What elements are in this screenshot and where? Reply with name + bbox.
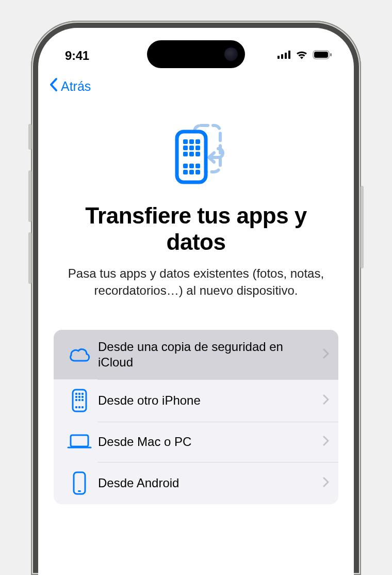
chevron-right-icon [323, 476, 329, 490]
side-button [361, 186, 364, 268]
svg-rect-33 [81, 399, 84, 401]
svg-rect-9 [183, 139, 188, 144]
svg-rect-37 [71, 435, 88, 446]
svg-rect-6 [330, 53, 332, 56]
svg-rect-13 [189, 146, 194, 150]
svg-rect-17 [195, 152, 200, 156]
battery-icon [313, 50, 332, 61]
option-from-mac-pc[interactable]: Desde Mac o PC [54, 422, 338, 462]
svg-rect-16 [189, 152, 194, 156]
cloud-icon [65, 347, 94, 362]
front-camera [224, 47, 238, 61]
hero-section: Transfiere tus apps y datos Pasa tus app… [38, 100, 354, 299]
laptop-icon [65, 434, 94, 450]
svg-rect-26 [78, 393, 80, 395]
cellular-icon [277, 51, 291, 61]
svg-rect-15 [183, 152, 188, 156]
svg-rect-22 [189, 170, 194, 174]
svg-rect-30 [81, 396, 84, 398]
page-title: Transfiere tus apps y datos [54, 203, 338, 255]
svg-rect-3 [288, 51, 290, 59]
back-button[interactable]: Atrás [48, 77, 91, 95]
svg-rect-20 [195, 164, 200, 168]
svg-rect-18 [183, 164, 188, 168]
svg-rect-34 [75, 406, 77, 408]
volume-up-button [28, 170, 31, 222]
option-from-android[interactable]: Desde Android [54, 462, 338, 504]
svg-rect-25 [75, 393, 77, 395]
wifi-icon [296, 50, 308, 61]
chevron-right-icon [323, 435, 329, 449]
svg-rect-21 [183, 170, 188, 174]
svg-rect-8 [177, 132, 206, 182]
svg-rect-2 [285, 53, 287, 59]
svg-rect-19 [189, 164, 194, 168]
svg-rect-28 [75, 396, 77, 398]
svg-rect-39 [78, 490, 81, 492]
svg-rect-29 [78, 396, 80, 398]
transfer-icon [54, 120, 338, 187]
svg-rect-31 [75, 399, 77, 401]
svg-rect-11 [195, 139, 200, 144]
svg-rect-12 [183, 146, 188, 150]
option-from-iphone[interactable]: Desde otro iPhone [54, 379, 338, 422]
status-time: 9:41 [65, 49, 89, 63]
chevron-right-icon [323, 347, 329, 362]
page-subtitle: Pasa tus apps y datos existentes (fotos,… [54, 265, 338, 299]
svg-rect-36 [81, 406, 84, 408]
svg-rect-0 [277, 56, 280, 59]
silence-switch [28, 124, 31, 150]
svg-rect-35 [78, 406, 80, 408]
nav-bar: Atrás [38, 68, 354, 100]
screen: 9:41 [38, 28, 354, 575]
phone-android-icon [65, 471, 94, 495]
chevron-right-icon [323, 393, 329, 408]
phone-apps-icon [65, 389, 94, 412]
option-label: Desde otro iPhone [94, 393, 323, 408]
svg-rect-1 [281, 54, 283, 59]
dynamic-island [147, 40, 245, 68]
option-icloud-backup[interactable]: Desde una copia de seguridad en iCloud [54, 330, 338, 379]
chevron-left-icon [48, 77, 58, 95]
status-indicators [277, 50, 332, 61]
svg-rect-27 [81, 393, 84, 395]
svg-rect-32 [78, 399, 80, 401]
phone-frame: 9:41 [31, 21, 361, 575]
svg-rect-10 [189, 139, 194, 144]
svg-rect-23 [195, 170, 200, 174]
volume-down-button [28, 232, 31, 284]
option-label: Desde Mac o PC [94, 434, 323, 450]
svg-rect-14 [195, 146, 200, 150]
option-label: Desde una copia de seguridad en iCloud [94, 339, 323, 370]
option-label: Desde Android [94, 475, 323, 491]
options-list: Desde una copia de seguridad en iCloud [54, 330, 338, 504]
svg-rect-5 [314, 52, 328, 58]
back-label: Atrás [61, 79, 91, 94]
